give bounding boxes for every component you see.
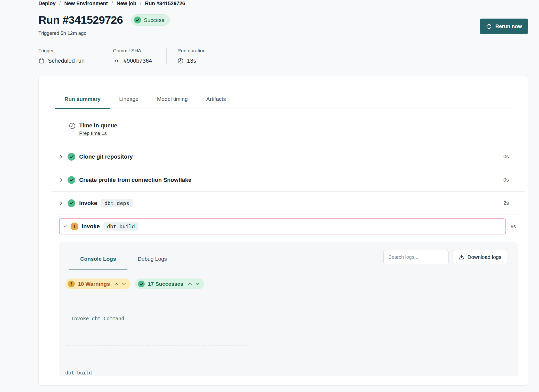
tab-model-timing[interactable]: Model timing xyxy=(148,96,197,109)
console-panel: Console Logs Debug Logs Download logs xyxy=(59,242,518,376)
download-logs-button[interactable]: Download logs xyxy=(453,250,507,264)
step-warning-icon: ! xyxy=(71,223,78,230)
tab-run-summary[interactable]: Run summary xyxy=(55,96,110,109)
commit-icon xyxy=(113,59,120,63)
rerun-button[interactable]: Rerun now xyxy=(480,19,528,34)
step-title: Clone git repository xyxy=(79,153,133,160)
step-success-icon xyxy=(68,153,75,161)
step-duration: 0s xyxy=(503,177,509,183)
run-summary-card: Run summary Lineage Model timing Artifac… xyxy=(38,76,528,386)
log-command-header: Invoke dbt Command xyxy=(65,314,511,323)
caret-up-icon[interactable] xyxy=(115,283,118,285)
step-duration: 2s xyxy=(503,200,509,206)
breadcrumb-separator: / xyxy=(140,1,141,6)
meta-trigger-label: Trigger xyxy=(38,48,89,54)
tab-console-logs[interactable]: Console Logs xyxy=(69,254,127,270)
step-title: Invoke xyxy=(82,223,100,230)
warning-circle-icon: ! xyxy=(68,281,75,287)
meta-duration-value: 13s xyxy=(187,58,196,64)
clock-icon xyxy=(177,58,184,64)
caret-down-icon[interactable] xyxy=(122,283,126,285)
successes-badge-label: 17 Successes xyxy=(148,281,183,287)
queue-clock-icon xyxy=(69,122,76,137)
time-in-queue-section: Time in queue Prep time 1s xyxy=(39,109,528,145)
meta-trigger-value: Scheduled run xyxy=(48,58,85,64)
step-row-dbt-deps[interactable]: Invoke dbt deps 2s xyxy=(52,191,525,215)
chevron-right-icon[interactable] xyxy=(59,155,63,159)
run-meta-row: Trigger Scheduled run Commit SHA xyxy=(38,48,528,64)
step-row-create-profile[interactable]: Create profile from connection Snowflake… xyxy=(52,168,525,191)
check-circle-icon xyxy=(134,17,141,23)
tab-artifacts[interactable]: Artifacts xyxy=(197,96,235,109)
run-tabs: Run summary Lineage Model timing Artifac… xyxy=(55,96,512,109)
chevron-right-icon[interactable] xyxy=(59,178,63,182)
download-icon xyxy=(459,254,464,260)
breadcrumb-item-job[interactable]: New job xyxy=(117,1,136,6)
calendar-icon xyxy=(38,58,45,64)
step-title: Create profile from connection Snowflake xyxy=(79,177,191,183)
tab-debug-logs[interactable]: Debug Logs xyxy=(127,254,178,270)
log-separator-line: ----------------------------------------… xyxy=(65,341,511,350)
step-title: Invoke xyxy=(79,200,97,207)
caret-up-icon[interactable] xyxy=(188,283,192,285)
step-row-dbt-build-wrap: ! Invoke dbt build 9s xyxy=(52,215,525,234)
header-row: Run #341529726 Success xyxy=(38,14,528,26)
step-duration: 0s xyxy=(503,154,509,160)
triggered-text: Triggered 5h 12m ago xyxy=(38,30,528,36)
step-row-clone-git[interactable]: Clone git repository 0s xyxy=(52,145,525,168)
page-title: Run #341529726 xyxy=(38,14,123,26)
warnings-badge-label: 10 Warnings xyxy=(78,281,110,287)
refresh-icon xyxy=(486,23,492,29)
meta-duration-label: Run duration xyxy=(177,48,206,54)
queue-title: Time in queue xyxy=(79,122,117,129)
breadcrumb: Deploy / New Environment / New job / Run… xyxy=(38,0,528,6)
log-command: dbt build xyxy=(65,368,511,377)
meta-commit-label: Commit SHA xyxy=(113,48,154,54)
meta-commit-value: #900b7364 xyxy=(124,58,152,64)
step-command-chip: dbt deps xyxy=(101,199,133,207)
meta-duration: Run duration 13s xyxy=(166,48,218,64)
run-detail-page: Deploy / New Environment / New job / Run… xyxy=(0,0,539,386)
meta-commit: Commit SHA #900b7364 xyxy=(102,48,166,64)
breadcrumb-separator: / xyxy=(111,1,113,6)
status-badge-label: Success xyxy=(144,17,164,23)
steps-list: Clone git repository 0s Create profile f… xyxy=(52,145,525,234)
rerun-button-label: Rerun now xyxy=(495,23,522,29)
step-success-icon xyxy=(68,176,75,184)
breadcrumb-item-deploy[interactable]: Deploy xyxy=(38,1,56,6)
chevron-right-icon[interactable] xyxy=(59,201,63,205)
meta-trigger: Trigger Scheduled run xyxy=(38,48,102,64)
console-log-output: Invoke dbt Command ---------------------… xyxy=(65,296,511,392)
download-logs-label: Download logs xyxy=(468,254,501,260)
breadcrumb-separator: / xyxy=(59,1,61,6)
success-circle-icon xyxy=(138,281,145,287)
caret-down-icon[interactable] xyxy=(195,283,199,285)
step-success-icon xyxy=(68,199,75,207)
step-duration: 9s xyxy=(511,224,521,230)
breadcrumb-item-current-run: Run #341529726 xyxy=(145,1,185,6)
tab-lineage[interactable]: Lineage xyxy=(110,96,148,109)
chevron-down-icon[interactable] xyxy=(63,224,67,228)
log-filter-badges: ! 10 Warnings 17 Successes xyxy=(65,279,511,289)
search-logs-input[interactable] xyxy=(383,250,448,264)
breadcrumb-item-environment[interactable]: New Environment xyxy=(64,1,108,6)
console-header: Console Logs Debug Logs Download logs xyxy=(65,250,511,269)
step-row-dbt-build[interactable]: ! Invoke dbt build xyxy=(59,218,506,234)
warnings-badge[interactable]: ! 10 Warnings xyxy=(65,279,130,289)
successes-badge[interactable]: 17 Successes xyxy=(135,279,204,289)
prep-time-link[interactable]: Prep time 1s xyxy=(79,129,107,137)
step-command-chip: dbt build xyxy=(103,222,138,231)
status-badge: Success xyxy=(131,14,170,26)
